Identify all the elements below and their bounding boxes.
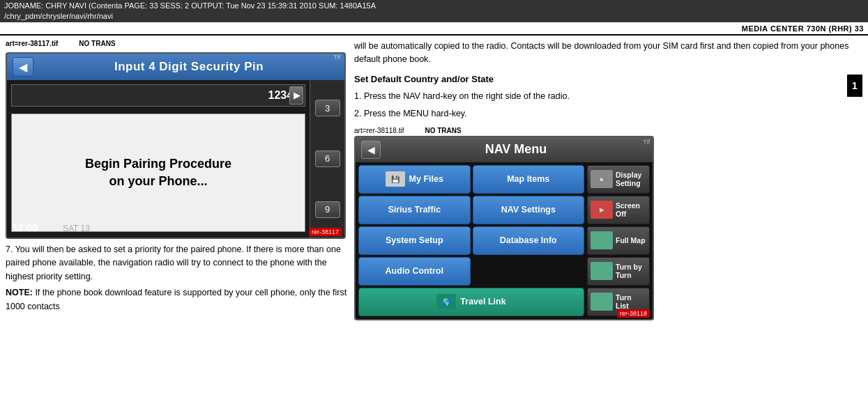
device-body-area: 1234_ ▶ Begin Pairing Procedure on your … xyxy=(7,80,344,238)
nav-btn-sirius-traffic[interactable]: Sirius Traffic xyxy=(358,196,471,224)
nav-sidebar: ■ Display Setting ▶ Screen Off Full Map xyxy=(587,165,650,316)
nav-ref-badge: rer-38118 xyxy=(617,309,650,318)
nav-header-bar: ◀ NAV Menu Tif xyxy=(356,137,653,162)
screen-off-thumb: ▶ xyxy=(591,201,613,219)
my-files-icon: 💾 xyxy=(386,171,405,187)
nav-arrow-right[interactable]: ▶ xyxy=(289,86,303,104)
pairing-box: Begin Pairing Procedure on your Phone... xyxy=(11,114,305,232)
nav-title: NAV Menu xyxy=(385,142,647,157)
sess-text: SESS: 2 xyxy=(160,1,190,10)
numpad-key-9[interactable]: 9 xyxy=(315,201,340,218)
right-column: 1 will be automatically copied to the ra… xyxy=(354,40,862,401)
path-bar: /chry_pdm/chrysler/navi/rhr/navi xyxy=(0,11,868,22)
step1-text: 1. Press the NAV hard-key on the right s… xyxy=(354,90,862,103)
device-tif-badge: Tif xyxy=(333,54,340,61)
left-column: art=rer-38117.tif NO TRANS ◀ Input 4 Dig… xyxy=(6,40,347,401)
pairing-text: Begin Pairing Procedure on your Phone... xyxy=(85,155,231,190)
travel-link-icon: 🌎 xyxy=(436,294,456,309)
nav-btn-audio-control[interactable]: Audio Control xyxy=(358,257,471,286)
page-header-right: MEDIA CENTER 730N (RHR) 33 xyxy=(742,24,864,33)
step7-text: 7. You will then be asked to set a prior… xyxy=(6,243,347,283)
numpad-key-3[interactable]: 3 xyxy=(315,100,340,116)
sum-text: SUM: 1480A15A xyxy=(319,1,376,10)
left-ref-badge: rer-38117 xyxy=(309,228,342,236)
left-device-screen: ◀ Input 4 Digit Security Pin Tif 1234_ ▶… xyxy=(6,52,346,239)
output-text: OUTPUT: Tue Nov 23 15:39:31 2010 xyxy=(191,1,317,10)
note-text: NOTE: If the phone book download feature… xyxy=(6,286,347,313)
turn-list-thumb xyxy=(591,293,613,311)
device-date: SAT 13 xyxy=(63,224,90,233)
step2-text: 2. Press the MENU hard-key. xyxy=(354,107,862,121)
device-back-button[interactable]: ◀ xyxy=(13,57,33,77)
nav-btn-my-files[interactable]: 💾 My Files xyxy=(358,165,471,194)
full-map-thumb xyxy=(591,231,613,249)
device-bottom-bar: 0 xyxy=(7,238,344,239)
left-img-label-row: art=rer-38117.tif NO TRANS xyxy=(6,40,347,48)
display-setting-thumb: ■ xyxy=(591,170,613,188)
body-text-section: 7. You will then be asked to set a prior… xyxy=(6,243,347,316)
device-clock: 12:00 xyxy=(13,222,38,233)
main-content: art=rer-38117.tif NO TRANS ◀ Input 4 Dig… xyxy=(0,36,868,403)
pin-display: 1234_ ▶ xyxy=(11,84,305,107)
numpad-key-6[interactable]: 6 xyxy=(315,150,340,167)
nav-btn-travel-link[interactable]: 🌎 Travel Link xyxy=(358,288,584,316)
nav-btn-map-items[interactable]: Map Items xyxy=(473,165,585,194)
chapter-marker: 1 xyxy=(847,75,862,97)
page-text: PAGE: 33 xyxy=(124,1,158,10)
nav-side-btn-turn-by-turn[interactable]: Turn by Turn xyxy=(587,257,650,286)
nav-no-trans: NO TRANS xyxy=(425,127,461,134)
nav-img-label-row: art=rer-38118.tif NO TRANS xyxy=(354,127,862,135)
nav-side-btn-screen-off[interactable]: ▶ Screen Off xyxy=(587,196,650,224)
nav-side-btn-full-map[interactable]: Full Map xyxy=(587,226,650,255)
page-header: MEDIA CENTER 730N (RHR) 33 xyxy=(0,22,868,36)
nav-tif-label: Tif xyxy=(643,139,650,146)
nav-btn-system-setup[interactable]: System Setup xyxy=(358,226,471,255)
left-no-trans: NO TRANS xyxy=(79,40,115,47)
top-header-bar: JOBNAME: CHRY NAVI (Contenta PAGE: 33 SE… xyxy=(0,0,868,11)
device-header-bar: ◀ Input 4 Digit Security Pin Tif xyxy=(7,54,344,80)
section-heading: Set Default Country and/or State xyxy=(354,74,862,84)
nav-btn-nav-settings[interactable]: NAV Settings xyxy=(473,196,585,224)
right-intro-text: will be automatically copied to the radi… xyxy=(354,40,862,67)
nav-body-area: 💾 My Files Map Items Sirius Traffic NAV … xyxy=(356,162,653,319)
device-numpad: 3 6 9 xyxy=(310,80,344,238)
nav-back-button[interactable]: ◀ xyxy=(361,141,381,159)
jobname-text: JOBNAME: CHRY NAVI (Contenta xyxy=(4,1,122,10)
left-img-label: art=rer-38117.tif xyxy=(6,40,58,47)
note-label: NOTE: xyxy=(6,288,33,297)
device-title: Input 4 Digit Security Pin xyxy=(39,60,339,74)
nav-main-grid: 💾 My Files Map Items Sirius Traffic NAV … xyxy=(358,165,584,316)
nav-img-label: art=rer-38118.tif xyxy=(354,127,404,134)
note-content: If the phone book download feature is su… xyxy=(6,288,347,311)
nav-device-screen: ◀ NAV Menu Tif 💾 My Files Map Item xyxy=(354,136,654,320)
turn-by-turn-thumb xyxy=(591,262,613,280)
path-text: /chry_pdm/chrysler/navi/rhr/navi xyxy=(4,12,113,20)
nav-side-btn-display[interactable]: ■ Display Setting xyxy=(587,165,650,194)
nav-screen-section: art=rer-38118.tif NO TRANS ◀ NAV Menu Ti… xyxy=(354,127,862,320)
device-main-content: 1234_ ▶ Begin Pairing Procedure on your … xyxy=(7,80,310,238)
nav-btn-empty xyxy=(473,257,585,286)
nav-btn-database-info[interactable]: Database Info xyxy=(473,226,585,255)
